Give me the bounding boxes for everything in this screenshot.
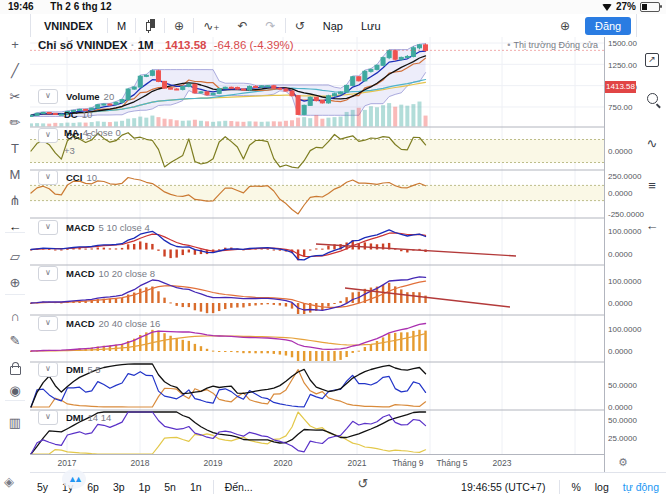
range-1m[interactable]: 1p — [132, 481, 158, 493]
percent-scale-toggle[interactable]: % — [564, 481, 587, 493]
save-layout-button[interactable]: Lưu — [352, 14, 390, 37]
legend-collapse-chevron[interactable]: ∨ — [38, 89, 58, 104]
settings-gear-icon[interactable]: ⚙ — [618, 456, 628, 469]
undo-button[interactable]: ↶ — [229, 14, 257, 37]
pane-collapse-chevron[interactable]: ∨ — [38, 220, 58, 235]
lock-icon[interactable] — [0, 358, 30, 380]
plus-right-button[interactable]: ⊕ — [551, 14, 579, 37]
battery-percent: 27% — [616, 1, 636, 12]
price-scale-label: 0.0000 — [608, 250, 632, 259]
price-scale-label: 250.0000 — [608, 172, 641, 181]
last-price-badge: 1413.58 — [605, 81, 636, 93]
app-screen: 19:46 Th 2 6 thg 12 27% VNINDEX M ⊕ ∿₊ ↶… — [0, 0, 666, 499]
goto-date-button[interactable]: Đến... — [218, 481, 260, 493]
market-status: •Thị trường Đóng cửa — [507, 40, 598, 50]
share-icon[interactable]: ↗ — [637, 46, 666, 70]
price-scale-label: 50.0000 — [608, 416, 637, 425]
price-scale-label: 0.0000 — [608, 347, 632, 356]
price-scale-label: 1250.00 — [608, 61, 637, 70]
time-scale-label: 2023 — [493, 458, 512, 468]
eye-icon[interactable]: ◉ — [0, 380, 30, 402]
time-scale-label: 2020 — [274, 458, 293, 468]
price-scale-label: 0.0000 — [608, 299, 632, 308]
price-scale-label: 1500.00 — [608, 39, 637, 48]
battery-icon — [640, 2, 660, 12]
last-price: 1413.58 — [165, 39, 207, 51]
price-change: -64.86 (-4.39%) — [214, 39, 294, 51]
clock-time: 19:46 — [8, 1, 34, 12]
time-scale-label: Tháng 5 — [436, 458, 467, 468]
magnet-icon[interactable]: ∩ — [0, 306, 30, 328]
text-tool-icon[interactable]: T — [0, 138, 30, 160]
price-scale-label: 50.0000 — [608, 381, 637, 390]
xabcd-pattern-icon[interactable]: M — [0, 164, 30, 186]
lock-drawings-icon[interactable]: ✎ — [0, 330, 30, 352]
trash-icon[interactable]: ▥ — [0, 412, 30, 434]
reload-button[interactable]: ↺ — [286, 14, 314, 37]
time-scale-label: Tháng 9 — [392, 458, 423, 468]
status-time-date: 19:46 Th 2 6 thg 12 — [8, 1, 111, 12]
ruler-icon[interactable]: ▱ — [0, 246, 30, 268]
pane-label-dmi-5-5: ∨DMI5 5 — [38, 362, 101, 377]
price-scale-label: -250.0000 — [608, 210, 644, 219]
symbol-button[interactable]: VNINDEX — [30, 14, 107, 37]
price-scale-label: 100.0000 — [608, 227, 641, 236]
range-5y[interactable]: 5y — [30, 481, 55, 493]
pane-collapse-chevron[interactable]: ∨ — [38, 410, 58, 425]
time-scale-label: 2018 — [131, 458, 150, 468]
time-axis[interactable]: 20172018201920202021Tháng 9Tháng 52023 — [30, 455, 604, 472]
status-date: Th 2 6 thg 12 — [50, 1, 111, 12]
pane-label-macd-20-40-close-16: ∨MACD20 40 close 16 — [38, 316, 160, 331]
publish-button[interactable]: Đăng — [585, 17, 631, 35]
pane-label-dmi-14-14: ∨DMI14 14 — [38, 410, 111, 425]
range-3m[interactable]: 3p — [106, 481, 132, 493]
chart-interval-label: 1M — [138, 39, 154, 51]
main-legend: ∨ Volume 20 DC 10 MA 4 close 0 +3 — [38, 87, 121, 159]
chart-style-button[interactable] — [136, 14, 164, 37]
tradingview-logo[interactable]: ▲▲ — [62, 469, 86, 489]
trend-line-icon[interactable]: ╱ — [0, 60, 30, 82]
wifi-icon — [602, 4, 612, 11]
market-status-dot: • — [507, 40, 510, 50]
auto-scale-toggle[interactable]: tự động — [616, 481, 666, 493]
log-scale-toggle[interactable]: log — [588, 481, 616, 493]
compare-add-button[interactable]: ⊕ — [165, 14, 193, 37]
fib-retracement-icon[interactable]: ✂ — [0, 86, 30, 108]
indicators-button[interactable]: ∿₊ — [194, 14, 228, 37]
time-scale-label: 2017 — [58, 458, 77, 468]
server-clock[interactable]: 19:46:55 (UTC+7) — [461, 481, 555, 493]
range-1d[interactable]: 1n — [183, 481, 209, 493]
chart-area[interactable]: Chỉ số VNINDEX · 1M 1413.58 -64.86 (-4.3… — [30, 37, 604, 455]
pane-collapse-chevron[interactable]: ∨ — [38, 316, 58, 331]
pane-collapse-chevron[interactable]: ∨ — [38, 170, 58, 185]
forecast-icon[interactable]: ⋔ — [0, 190, 30, 212]
pane-collapse-chevron[interactable]: ∨ — [38, 362, 58, 377]
left-drawing-toolbar: +╱✂✏TM⋔←▱⊕∩✎◉▥ — [0, 14, 31, 499]
range-5d[interactable]: 5n — [157, 481, 183, 493]
candles-icon — [145, 19, 155, 32]
pane-label-cci-10: ∨CCI10 — [38, 170, 97, 185]
price-scale-label: 0.0000 — [608, 147, 632, 156]
collapse-panel-icon[interactable]: ◈ — [4, 474, 14, 489]
pane-collapse-chevron[interactable]: ∨ — [38, 266, 58, 281]
legend-more-indicators[interactable]: +3 — [64, 145, 75, 156]
pane-label-macd-5-10-close-4: ∨MACD5 10 close 4 — [38, 220, 150, 235]
price-axis[interactable]: 1413.58 1500.001250.001000.00750.000.000… — [604, 37, 637, 472]
load-layout-button[interactable]: Nạp — [314, 14, 352, 37]
pane-label-cci-5: ∨CCI5 — [38, 128, 92, 143]
redo-button[interactable]: ↷ — [257, 14, 285, 37]
time-scale-label: 2021 — [348, 458, 367, 468]
search-icon[interactable] — [637, 90, 666, 114]
price-scale-label: 25.0000 — [608, 434, 637, 443]
pane-collapse-chevron[interactable]: ∨ — [38, 128, 58, 143]
crosshair-icon[interactable]: + — [0, 34, 30, 56]
hide-drawings-arrow-icon[interactable]: ← — [0, 216, 30, 238]
brush-icon[interactable]: ✏ — [0, 112, 30, 134]
top-toolbar: VNINDEX M ⊕ ∿₊ ↶ ↷ ↺ Nạp Lưu ⊕ Đăng ❐ — [30, 14, 666, 38]
chart-title[interactable]: Chỉ số VNINDEX — [38, 39, 127, 51]
indicators-pulse-icon[interactable]: ∿ — [637, 132, 666, 156]
zoom-in-icon[interactable]: ⊕ — [0, 272, 30, 294]
refresh-spinner-icon: ↺ — [352, 473, 374, 495]
price-scale-label: 100.0000 — [608, 325, 641, 334]
interval-button[interactable]: M — [108, 14, 135, 37]
